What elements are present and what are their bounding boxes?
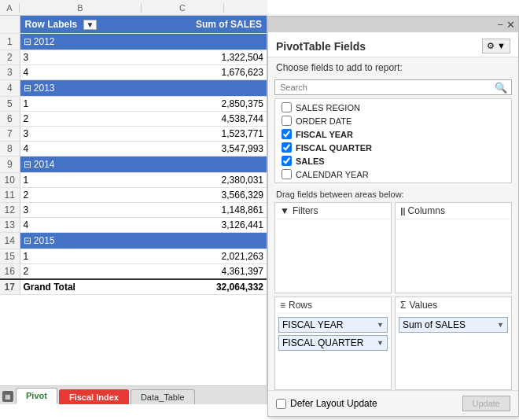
sales-value: 3,547,993 bbox=[149, 142, 267, 157]
columns-header: ||| Columns bbox=[396, 203, 511, 219]
quarter-label: 2 bbox=[20, 264, 149, 280]
row-num: 4 bbox=[0, 80, 20, 97]
row-num: 11 bbox=[0, 188, 20, 203]
rows-icon: ≡ bbox=[280, 300, 285, 311]
search-input[interactable] bbox=[274, 79, 512, 95]
quarter-label: 2 bbox=[20, 112, 149, 127]
row-num: 10 bbox=[0, 173, 20, 188]
row-num: 2 bbox=[0, 50, 20, 65]
quarter-label: 4 bbox=[20, 142, 149, 157]
search-area: 🔍 bbox=[268, 76, 518, 98]
col-a-header: A bbox=[0, 3, 20, 13]
group-year: ⊟ 2014 bbox=[20, 157, 267, 173]
sales-value: 1,676,623 bbox=[149, 65, 267, 80]
group-year: ⊟ 2012 bbox=[20, 34, 267, 50]
dropdown-arrow: ▼ bbox=[377, 339, 384, 347]
panel-top-bar: − ✕ bbox=[268, 17, 518, 32]
tab-pivot[interactable]: Pivot bbox=[16, 388, 57, 404]
values-header: Σ Values bbox=[396, 297, 511, 314]
table-row: 13 4 3,126,441 bbox=[0, 218, 267, 233]
header-rownum bbox=[0, 16, 20, 34]
update-button[interactable]: Update bbox=[462, 396, 510, 411]
values-area-item[interactable]: Sum of SALES▼ bbox=[399, 317, 508, 333]
sales-value: 3,126,441 bbox=[149, 218, 267, 233]
dropdown-arrow: ▼ bbox=[497, 321, 504, 329]
row-num: 17 bbox=[0, 279, 20, 295]
group-header-row: 9 ⊟ 2014 bbox=[0, 157, 267, 173]
sales-value: 2,021,263 bbox=[149, 249, 267, 264]
pivot-fields-subtitle: Choose fields to add to report: bbox=[268, 57, 518, 76]
quarter-label: 2 bbox=[20, 188, 149, 203]
grand-total-value: 32,064,332 bbox=[149, 279, 267, 295]
field-item: ORDER DATE bbox=[282, 114, 505, 127]
sum-of-sales-header: Sum of SALES bbox=[149, 16, 267, 34]
filters-label: Filters bbox=[293, 205, 318, 216]
settings-button[interactable]: ⚙ ▼ bbox=[482, 39, 510, 53]
field-checkbox[interactable] bbox=[282, 116, 292, 126]
tab-fiscal-index[interactable]: Fiscal Index bbox=[59, 389, 129, 404]
tab-data-table[interactable]: Data_Table bbox=[131, 389, 195, 404]
group-header-row: 14 ⊟ 2015 bbox=[0, 233, 267, 249]
quarter-label: 3 bbox=[20, 50, 149, 65]
grand-total-row: 17 Grand Total 32,064,332 bbox=[0, 279, 267, 295]
rows-area-item[interactable]: FISCAL QUARTER▼ bbox=[278, 335, 388, 351]
table-row: 6 2 4,538,744 bbox=[0, 112, 267, 127]
table-row: 12 3 1,148,861 bbox=[0, 203, 267, 218]
sales-value: 2,380,031 bbox=[149, 173, 267, 188]
field-item: CALENDAR YEAR bbox=[282, 168, 505, 181]
field-checkbox[interactable] bbox=[282, 129, 292, 139]
field-checkbox[interactable] bbox=[282, 142, 292, 153]
sales-value: 1,148,861 bbox=[149, 203, 267, 218]
pivot-fields-header: PivotTable Fields ⚙ ▼ bbox=[268, 32, 518, 57]
field-checkbox[interactable] bbox=[282, 156, 292, 166]
field-label: FISCAL YEAR bbox=[296, 130, 353, 139]
row-label-filter[interactable]: ▼ bbox=[83, 20, 98, 30]
area-item-label: Sum of SALES bbox=[403, 319, 466, 330]
table-row: 8 4 3,547,993 bbox=[0, 142, 267, 157]
group-header-row: 4 ⊟ 2013 bbox=[0, 80, 267, 97]
sales-value: 2,850,375 bbox=[149, 97, 267, 112]
defer-checkbox[interactable] bbox=[276, 399, 286, 409]
pivot-fields-panel: − ✕ PivotTable Fields ⚙ ▼ Choose fields … bbox=[267, 16, 519, 417]
field-label: SALES bbox=[296, 157, 325, 166]
group-year: ⊟ 2013 bbox=[20, 80, 267, 97]
field-checkbox[interactable] bbox=[282, 102, 292, 112]
sales-value: 4,361,397 bbox=[149, 264, 267, 280]
col-b-header: B bbox=[20, 3, 142, 13]
panel-close-button[interactable]: ✕ bbox=[506, 19, 515, 31]
sheet-icon: ▦ bbox=[2, 391, 13, 402]
quarter-label: 1 bbox=[20, 97, 149, 112]
quarter-label: 3 bbox=[20, 203, 149, 218]
area-item-label: FISCAL QUARTER bbox=[282, 337, 363, 348]
table-row: 10 1 2,380,031 bbox=[0, 173, 267, 188]
field-checkbox[interactable] bbox=[282, 169, 292, 179]
row-num: 1 bbox=[0, 34, 20, 50]
group-header-row: 1 ⊟ 2012 bbox=[0, 34, 267, 50]
panel-pin-button[interactable]: − bbox=[497, 19, 503, 31]
row-num: 15 bbox=[0, 249, 20, 264]
quarter-label: 1 bbox=[20, 249, 149, 264]
columns-area: ||| Columns bbox=[395, 202, 512, 293]
filters-body[interactable] bbox=[275, 219, 391, 293]
field-label: FISCAL QUARTER bbox=[296, 143, 372, 153]
field-item: FISCAL YEAR bbox=[282, 127, 505, 141]
rows-label: Rows bbox=[289, 300, 312, 311]
pivot-header-row: Row Labels ▼ Sum of SALES bbox=[0, 16, 267, 34]
row-num: 3 bbox=[0, 65, 20, 80]
rows-area-item[interactable]: FISCAL YEAR▼ bbox=[278, 317, 388, 333]
values-label: Values bbox=[409, 300, 437, 311]
row-labels-header[interactable]: Row Labels ▼ bbox=[20, 16, 149, 34]
grand-total-label: Grand Total bbox=[20, 279, 149, 295]
defer-label: Defer Layout Update bbox=[290, 398, 377, 409]
sheet-tabs: ▦ Pivot Fiscal Index Data_Table bbox=[0, 385, 267, 404]
row-num: 6 bbox=[0, 112, 20, 127]
table-row: 5 1 2,850,375 bbox=[0, 97, 267, 112]
drag-label: Drag fields between areas below: bbox=[268, 183, 518, 202]
columns-body[interactable] bbox=[396, 219, 511, 293]
pivot-fields-title: PivotTable Fields bbox=[276, 40, 366, 53]
row-num: 16 bbox=[0, 264, 20, 280]
values-body: Sum of SALES▼ bbox=[396, 314, 511, 390]
areas-grid: ▼ Filters ||| Columns ≡ Rows FISCAL YEAR… bbox=[268, 202, 518, 390]
table-row: 2 3 1,322,504 bbox=[0, 50, 267, 65]
row-num: 9 bbox=[0, 157, 20, 173]
